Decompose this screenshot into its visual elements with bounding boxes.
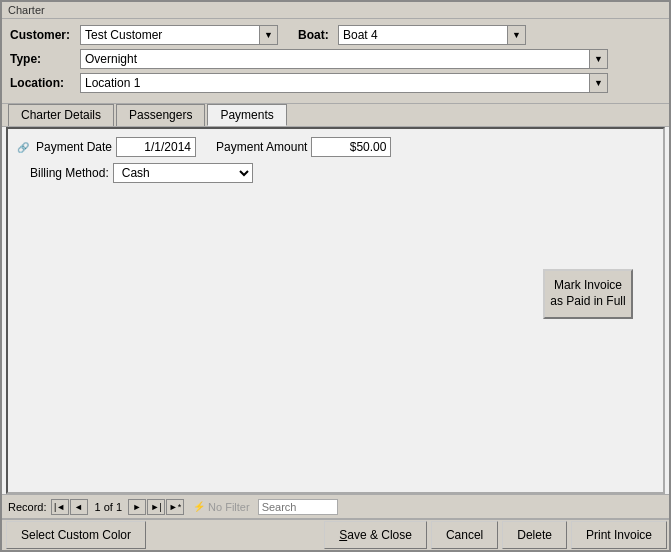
type-dropdown-btn[interactable]: ▼ [590, 49, 608, 69]
type-row: Type: ▼ [10, 49, 661, 69]
nav-first-btn[interactable]: |◄ [51, 499, 69, 515]
payment-date-amount-row: 🔗 Payment Date Payment Amount [16, 137, 655, 157]
print-invoice-btn[interactable]: Print Invoice [571, 521, 667, 549]
payment-date-input[interactable] [116, 137, 196, 157]
billing-method-select[interactable]: Cash Credit Card Check [113, 163, 253, 183]
record-nav: Record: |◄ ◄ 1 of 1 ► ►| ►* ⚡ No Filter [2, 494, 669, 518]
boat-dropdown-btn[interactable]: ▼ [508, 25, 526, 45]
window-title: Charter [2, 2, 669, 19]
tab-passengers[interactable]: Passengers [116, 104, 205, 126]
boat-label: Boat: [298, 28, 338, 42]
record-nav-label: Record: [8, 501, 47, 513]
nav-prev-btn[interactable]: ◄ [70, 499, 88, 515]
payments-tab-content: 🔗 Payment Date Payment Amount Billing Me… [6, 127, 665, 494]
filter-text: No Filter [208, 501, 250, 513]
save-close-btn[interactable]: Save & Close [324, 521, 427, 549]
billing-select-wrapper: Cash Credit Card Check [113, 163, 253, 183]
tabs-area: Charter Details Passengers Payments [2, 104, 669, 127]
customer-label: Customer: [10, 28, 80, 42]
nav-new-btn[interactable]: ►* [166, 499, 184, 515]
boat-input[interactable] [338, 25, 508, 45]
billing-method-label: Billing Method: [30, 166, 109, 180]
mark-invoice-btn[interactable]: Mark Invoice as Paid in Full [543, 269, 633, 319]
link-icon: 🔗 [16, 140, 30, 154]
tab-charter-details[interactable]: Charter Details [8, 104, 114, 126]
cancel-btn[interactable]: Cancel [431, 521, 498, 549]
customer-input[interactable] [80, 25, 260, 45]
payment-amount-label: Payment Amount [216, 140, 307, 154]
tab-payments[interactable]: Payments [207, 104, 286, 126]
form-area: Customer: ▼ Boat: ▼ Type: ▼ Location: ▼ [2, 19, 669, 104]
select-custom-color-btn[interactable]: Select Custom Color [6, 521, 146, 549]
nav-next-btn[interactable]: ► [128, 499, 146, 515]
type-input[interactable] [80, 49, 590, 69]
search-input[interactable] [258, 499, 338, 515]
record-count: 1 of 1 [95, 501, 123, 513]
billing-method-row: Billing Method: Cash Credit Card Check [16, 163, 655, 183]
payment-date-label: Payment Date [36, 140, 112, 154]
delete-btn[interactable]: Delete [502, 521, 567, 549]
location-label: Location: [10, 76, 80, 90]
location-dropdown-btn[interactable]: ▼ [590, 73, 608, 93]
bottom-bar: Select Custom Color Save & Close Cancel … [2, 518, 669, 550]
customer-dropdown-btn[interactable]: ▼ [260, 25, 278, 45]
filter-icon: ⚡ [193, 501, 205, 512]
nav-last-btn[interactable]: ►| [147, 499, 165, 515]
location-input[interactable] [80, 73, 590, 93]
type-label: Type: [10, 52, 80, 66]
payment-amount-input[interactable] [311, 137, 391, 157]
customer-boat-row: Customer: ▼ Boat: ▼ [10, 25, 661, 45]
location-row: Location: ▼ [10, 73, 661, 93]
filter-area: ⚡ No Filter [193, 501, 250, 513]
charter-window: Charter Customer: ▼ Boat: ▼ Type: ▼ Loca… [0, 0, 671, 552]
